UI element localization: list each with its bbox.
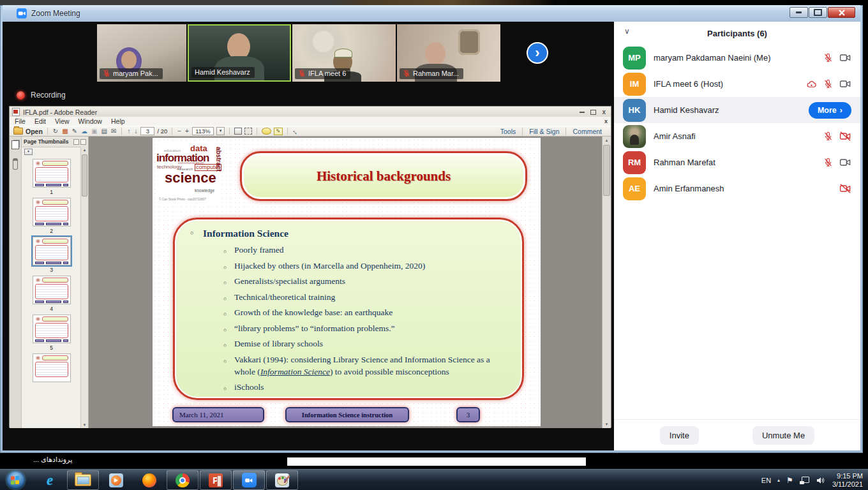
next-page-button[interactable]: ↓ (133, 128, 138, 135)
participant-row-maryam[interactable]: MP maryam Pakdaman Naeini (Me) (614, 45, 860, 71)
powerpoint-icon: P (209, 473, 223, 487)
menu-help[interactable]: Help (111, 117, 125, 125)
taskbar-zoom[interactable] (233, 470, 265, 490)
avatar-photo (623, 125, 646, 148)
video-tile-ifla[interactable]: IFLA meet 6 (292, 24, 396, 82)
invite-button[interactable]: Invite (660, 426, 699, 445)
resize-handles-icon[interactable]: ↔ (290, 126, 301, 136)
more-button[interactable]: More › (809, 102, 851, 119)
desktop-background (0, 0, 868, 5)
reader-minimize-button[interactable] (580, 112, 585, 113)
slide-page-number-chip: 3 (456, 407, 480, 422)
unmute-me-button[interactable]: Unmute Me (752, 426, 814, 445)
taskbar-clock[interactable]: 9:15 PM 3/11/2021 (832, 472, 863, 489)
zoom-level-input[interactable]: 113% (192, 127, 214, 135)
panel-collapse-button[interactable] (80, 139, 86, 145)
thumbnail-page-4[interactable]: 4 (33, 276, 71, 312)
scrollbar-thumb[interactable] (82, 154, 87, 197)
video-tile-maryam[interactable]: maryam Pak... (97, 24, 186, 82)
reader-maximize-button[interactable] (590, 110, 596, 115)
thumbnails-scrollbar[interactable]: ▲ ▼ (80, 147, 88, 428)
sign-pen-icon[interactable]: ✎ (71, 128, 78, 135)
collapse-panel-icon[interactable]: ∨ (624, 27, 630, 36)
zoom-titlebar[interactable]: Zoom Meeting (3, 5, 860, 22)
taskbar-paint[interactable] (266, 470, 298, 490)
participant-row-hamid[interactable]: HK Hamid Keshavarz More › (614, 97, 860, 123)
thumbnail-page-3-selected[interactable]: 3 (33, 237, 71, 273)
slide-page: data information education communication… (153, 138, 541, 426)
share-file-icon[interactable]: ↻ (52, 128, 59, 135)
thumbnail-page-6[interactable] (33, 353, 71, 382)
tab-comment[interactable]: Comment (565, 128, 608, 135)
taskbar-chrome[interactable] (167, 470, 198, 490)
zoom-in-button[interactable]: + (184, 128, 190, 135)
taskbar-media-player[interactable]: ▶ (100, 470, 132, 490)
cloud-upload-icon[interactable]: ☁ (80, 128, 88, 135)
print-icon[interactable]: ▤ (101, 128, 108, 135)
slide-bullet: ○Generalists/specialist arguments (223, 275, 511, 287)
video-name-badge: Rahman Mar... (400, 68, 463, 79)
video-tile-rahman[interactable]: Rahman Mar... (397, 24, 500, 82)
taskbar-powerpoint[interactable]: P (200, 470, 232, 490)
document-scrollbar[interactable]: ▲ ▼ (602, 137, 611, 428)
slide-bullet: ○Hijacked by others (in Marcella and Opp… (223, 260, 511, 272)
language-indicator[interactable]: EN (761, 477, 771, 484)
menu-window[interactable]: Window (79, 117, 102, 125)
save-icon[interactable]: ▣ (91, 128, 98, 135)
zoom-out-button[interactable]: − (177, 128, 182, 135)
avatar: MP (623, 47, 646, 70)
reader-close-button[interactable]: x (602, 110, 606, 115)
email-icon[interactable]: ✉ (110, 128, 117, 135)
panel-option-button[interactable] (73, 139, 79, 145)
slide-footer: March 11, 2021 Information Science instr… (153, 407, 541, 424)
open-button[interactable]: Open (13, 128, 43, 135)
participant-row-amir[interactable]: Amir Asnafi (614, 123, 860, 149)
fill-sign-icon[interactable]: ✎ (274, 128, 283, 135)
next-videos-button[interactable]: › (527, 42, 548, 64)
tab-fill-sign[interactable]: Fill & Sign (522, 128, 565, 135)
slide-content-box: ○Information Science ○Poorly framed ○Hij… (173, 218, 524, 400)
thumbnail-page-2[interactable]: 2 (33, 198, 71, 234)
network-icon[interactable] (800, 477, 809, 484)
attachments-icon[interactable] (13, 158, 18, 170)
menu-edit[interactable]: Edit (34, 117, 46, 125)
taskbar-internet-explorer[interactable]: e (34, 470, 66, 490)
minimize-button[interactable] (789, 7, 808, 18)
mic-muted-icon (823, 158, 833, 167)
taskbar-windows-explorer[interactable] (67, 470, 99, 490)
volume-icon[interactable] (816, 476, 826, 485)
slide-bullet-vakkari: ○Vakkari (1994): considering Library Sci… (223, 353, 511, 378)
document-close-icon[interactable]: x (604, 118, 608, 124)
export-pdf-icon[interactable]: ▩ (61, 128, 68, 135)
menu-file[interactable]: File (15, 117, 26, 125)
video-tile-hamid-active-speaker[interactable]: Hamid Keshavarz (188, 24, 291, 82)
recording-indicator[interactable]: Recording (17, 91, 66, 100)
menu-view[interactable]: View (55, 117, 70, 125)
close-button[interactable] (828, 7, 855, 18)
maximize-button[interactable] (809, 7, 827, 18)
scrolling-mode-icon[interactable] (234, 128, 242, 135)
scrollbar-thumb[interactable] (603, 145, 610, 196)
thumbnail-options-icon[interactable]: ▾ (24, 149, 33, 155)
reader-titlebar[interactable]: IFLA.pdf - Adobe Reader x (10, 107, 611, 117)
action-center-flag-icon[interactable]: ⚑ (786, 476, 793, 485)
hidden-icons-button[interactable]: ▴ (777, 477, 780, 483)
participants-panel: ∨ Participants (6) MP maryam Pakdaman Na… (614, 22, 860, 450)
page-thumbnails-icon[interactable] (11, 140, 19, 149)
mic-muted-icon (298, 70, 306, 77)
participant-row-amin[interactable]: AE Amin Erfanmanesh (614, 175, 860, 202)
taskbar-firefox[interactable] (133, 470, 165, 490)
participant-row-ifla-host[interactable]: IM IFLA meet 6 (Host) (614, 71, 860, 97)
start-button[interactable] (6, 471, 25, 489)
page-number-input[interactable]: 3 (140, 127, 154, 135)
zoom-dropdown-button[interactable]: ▾ (216, 127, 225, 135)
mic-muted-icon (103, 70, 110, 77)
comment-bubble-icon[interactable] (262, 128, 271, 135)
internet-explorer-icon: e (47, 472, 53, 489)
thumbnail-page-1[interactable]: 1 (33, 159, 71, 195)
thumbnail-page-5[interactable]: 5 (33, 315, 71, 351)
fullscreen-mode-icon[interactable] (244, 128, 252, 135)
previous-page-button[interactable]: ↑ (126, 128, 131, 135)
tab-tools[interactable]: Tools (494, 128, 523, 135)
participant-row-rahman[interactable]: RM Rahman Marefat (614, 149, 860, 175)
